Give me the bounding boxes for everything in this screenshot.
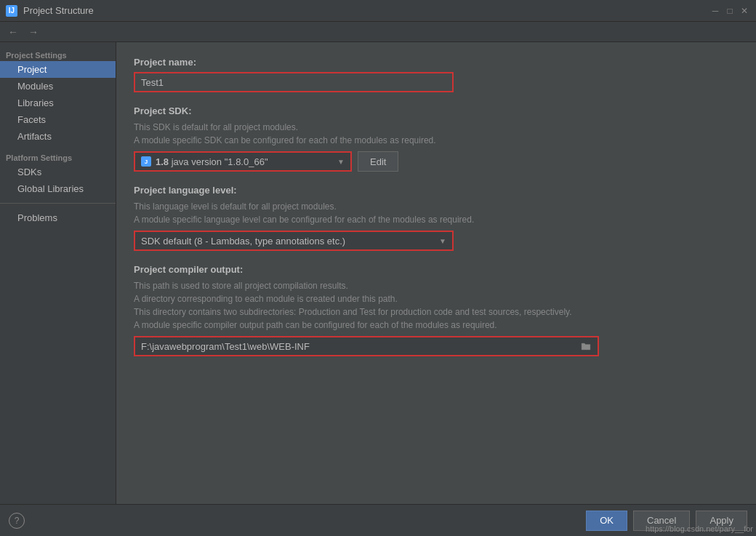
divider	[0, 203, 116, 204]
compiler-output-input[interactable]: F:\javawebprogram\Test1\web\WEB-INF	[134, 336, 599, 356]
project-structure-window: IJ Project Structure ─ □ ✕ ← → Project S…	[0, 0, 756, 536]
sidebar-item-project[interactable]: Project	[0, 61, 116, 78]
app-icon: IJ	[6, 5, 17, 17]
sdk-edit-button[interactable]: Edit	[358, 151, 398, 172]
sdk-row: J 1.8 java version "1.8.0_66" ▼ Edit	[134, 151, 739, 172]
sidebar: Project Settings Project Modules Librari…	[0, 42, 116, 504]
project-language-desc: This language level is default for all p…	[134, 200, 739, 226]
ok-button[interactable]: OK	[586, 511, 627, 531]
compiler-desc: This path is used to store all project c…	[134, 279, 739, 332]
back-button[interactable]: ←	[6, 25, 20, 39]
help-button[interactable]: ?	[9, 513, 25, 529]
sdk-dropdown-inner: J 1.8 java version "1.8.0_66"	[141, 156, 268, 167]
sdk-text: java version "1.8.0_66"	[172, 156, 268, 167]
project-language-group: Project language level: This language le…	[134, 185, 739, 251]
project-settings-label: Project Settings	[0, 48, 116, 61]
sidebar-item-libraries[interactable]: Libraries	[0, 95, 116, 111]
language-level-value: SDK default (8 - Lambdas, type annotatio…	[141, 236, 345, 247]
title-bar-left: IJ Project Structure	[6, 5, 94, 17]
project-compiler-group: Project compiler output: This path is us…	[134, 264, 739, 356]
sdk-version: 1.8	[156, 156, 169, 167]
project-sdk-label: Project SDK:	[134, 105, 739, 116]
sidebar-item-sdks[interactable]: SDKs	[0, 164, 116, 180]
compiler-output-path: F:\javawebprogram\Test1\web\WEB-INF	[141, 341, 580, 352]
maximize-button[interactable]: □	[724, 5, 736, 17]
watermark: https://blog.csdn.net/pary__for	[643, 523, 756, 535]
project-language-label: Project language level:	[134, 185, 739, 196]
project-name-label: Project name:	[134, 57, 739, 68]
sdk-java-icon: J	[141, 156, 151, 167]
bottom-left: ?	[9, 513, 25, 529]
folder-icon[interactable]	[580, 340, 592, 352]
sidebar-item-global-libraries[interactable]: Global Libraries	[0, 180, 116, 197]
language-dropdown-arrow: ▼	[439, 237, 446, 245]
project-sdk-desc1: This SDK is default for all project modu…	[134, 121, 739, 147]
sdk-dropdown-arrow: ▼	[337, 158, 345, 166]
project-sdk-group: Project SDK: This SDK is default for all…	[134, 105, 739, 172]
sidebar-item-artifacts[interactable]: Artifacts	[0, 128, 116, 145]
window-title: Project Structure	[23, 5, 94, 16]
language-level-dropdown[interactable]: SDK default (8 - Lambdas, type annotatio…	[134, 231, 454, 251]
nav-bar: ← →	[0, 22, 756, 42]
project-name-input[interactable]	[134, 72, 454, 92]
sidebar-item-problems[interactable]: Problems	[0, 209, 116, 226]
project-name-group: Project name:	[134, 57, 739, 92]
sidebar-item-facets[interactable]: Facets	[0, 111, 116, 128]
sdk-dropdown[interactable]: J 1.8 java version "1.8.0_66" ▼	[134, 151, 352, 172]
content-area: Project name: Project SDK: This SDK is d…	[116, 42, 756, 504]
project-compiler-label: Project compiler output:	[134, 264, 739, 275]
platform-settings-label: Platform Settings	[0, 151, 116, 164]
close-button[interactable]: ✕	[739, 5, 750, 17]
title-bar: IJ Project Structure ─ □ ✕	[0, 0, 756, 22]
sidebar-item-modules[interactable]: Modules	[0, 78, 116, 95]
forward-button[interactable]: →	[26, 25, 41, 39]
minimize-button[interactable]: ─	[709, 5, 721, 17]
window-controls: ─ □ ✕	[709, 5, 750, 17]
main-content: Project Settings Project Modules Librari…	[0, 42, 756, 504]
